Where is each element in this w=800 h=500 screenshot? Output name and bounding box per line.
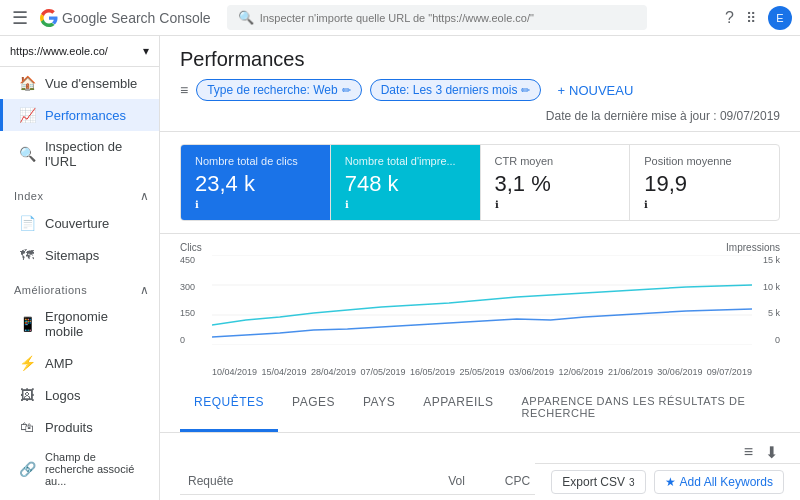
home-icon: 🏠 xyxy=(19,75,35,91)
filter-type-label: Type de recherche: Web xyxy=(207,83,338,97)
sidebar-item-sitemaps[interactable]: 🗺 Sitemaps xyxy=(0,239,159,271)
filter-table-icon[interactable]: ≡ xyxy=(742,441,755,464)
tab-pages[interactable]: PAGES xyxy=(278,385,349,432)
metric-card-impressions[interactable]: Nombre total d'impre... 748 k ℹ xyxy=(331,145,481,220)
index-section-label: Index xyxy=(14,190,43,202)
page-title: Performances xyxy=(180,48,780,71)
sidebar-item-champ-recherche[interactable]: 🔗 Champ de recherche associé au... xyxy=(0,443,159,495)
sidebar-item-produits[interactable]: 🛍 Produits xyxy=(0,411,159,443)
search-icon: 🔍 xyxy=(238,10,254,25)
main-content: Performances ≡ Type de recherche: Web ✏ … xyxy=(160,36,800,500)
metric-card-position[interactable]: Position moyenne 19,9 ℹ xyxy=(630,145,779,220)
chart-y-right-label: Impressions xyxy=(726,242,780,253)
metric-card-ctr[interactable]: CTR moyen 3,1 % ℹ xyxy=(481,145,631,220)
sidebar-label-inspection-url: Inspection de l'URL xyxy=(45,139,143,169)
sidebar-item-inspection-url[interactable]: 🔍 Inspection de l'URL xyxy=(0,131,159,177)
chart-wrapper: 450 300 150 0 15 k 10 k 5 k 0 xyxy=(180,255,780,365)
metric-ctr-info: ℹ xyxy=(495,199,616,210)
metric-position-info: ℹ xyxy=(644,199,765,210)
url-selector[interactable]: https://www.eole.co/ ▾ xyxy=(0,36,159,67)
avatar[interactable]: E xyxy=(768,6,792,30)
sidebar-label-amp: AMP xyxy=(45,356,73,371)
bottom-bar: Export CSV 3 ★ Add All Keywords xyxy=(535,463,800,500)
col-vol: Vol xyxy=(413,468,473,495)
inspect-icon: 🔍 xyxy=(19,146,35,162)
products-icon: 🛍 xyxy=(19,419,35,435)
google-logo-icon xyxy=(40,9,58,27)
col-requete: Requête xyxy=(180,468,413,495)
sidebar-label-logos: Logos xyxy=(45,388,80,403)
metric-ctr-label: CTR moyen xyxy=(495,155,616,167)
filter-icon[interactable]: ≡ xyxy=(180,82,188,98)
sidebar-label-sitemaps: Sitemaps xyxy=(45,248,99,263)
ameliorations-section-label: Améliorations xyxy=(14,284,87,296)
add-keywords-label: Add All Keywords xyxy=(680,475,773,489)
sidebar-item-donnees-structurees[interactable]: ⚙ Données structurées impossib... xyxy=(0,495,159,500)
tabs-row: REQUÊTES PAGES PAYS APPAREILS APPARENCE … xyxy=(180,385,780,432)
sidebar-item-ergonomie-mobile[interactable]: 📱 Ergonomie mobile xyxy=(0,301,159,347)
metric-impressions-info: ℹ xyxy=(345,199,466,210)
metric-position-label: Position moyenne xyxy=(644,155,765,167)
sidebar-item-couverture[interactable]: 📄 Couverture xyxy=(0,207,159,239)
chart-svg xyxy=(212,255,752,345)
chevron-down-icon: ▾ xyxy=(143,44,149,58)
sidebar-label-champ-recherche: Champ de recherche associé au... xyxy=(45,451,143,487)
edit-date-icon: ✏ xyxy=(521,84,530,97)
metric-clicks-value: 23,4 k xyxy=(195,171,316,197)
export-csv-button[interactable]: Export CSV 3 xyxy=(551,470,645,494)
index-section-header: Index ∧ xyxy=(0,181,159,207)
last-update-text: Date de la dernière mise à jour : 09/07/… xyxy=(546,109,780,123)
search-input[interactable] xyxy=(260,12,636,24)
sidebar: https://www.eole.co/ ▾ 🏠 Vue d'ensemble … xyxy=(0,36,160,500)
download-table-icon[interactable]: ⬇ xyxy=(763,441,780,464)
add-new-button[interactable]: + NOUVEAU xyxy=(549,80,641,101)
metric-ctr-value: 3,1 % xyxy=(495,171,616,197)
ameliorations-section-header: Améliorations ∧ xyxy=(0,275,159,301)
metric-position-value: 19,9 xyxy=(644,171,765,197)
apps-grid-icon[interactable]: ⠿ xyxy=(746,10,756,26)
tabs-section: REQUÊTES PAGES PAYS APPAREILS APPARENCE … xyxy=(160,385,800,433)
mobile-icon: 📱 xyxy=(19,316,35,332)
search-field-icon: 🔗 xyxy=(19,461,35,477)
tab-requetes[interactable]: REQUÊTES xyxy=(180,385,278,432)
cell-cpc-0: €0.00 xyxy=(473,495,538,501)
logos-icon: 🖼 xyxy=(19,387,35,403)
chart-svg-area xyxy=(212,255,752,348)
export-superscript: 3 xyxy=(629,477,635,488)
chart-x-labels: 10/04/2019 15/04/2019 28/04/2019 07/05/2… xyxy=(212,367,752,377)
metric-clicks-info: ℹ xyxy=(195,199,316,210)
sidebar-item-vue-ensemble[interactable]: 🏠 Vue d'ensemble xyxy=(0,67,159,99)
metrics-section: Nombre total de clics 23,4 k ℹ Nombre to… xyxy=(160,132,800,234)
col-cpc: CPC xyxy=(473,468,538,495)
chart-section: Clics Impressions 450 300 150 0 15 k 10 … xyxy=(160,234,800,385)
app-header: ☰ Google Search Console 🔍 ? ⠿ E xyxy=(0,0,800,36)
chart-icon: 📈 xyxy=(19,107,35,123)
header-actions: ? ⠿ E xyxy=(725,6,792,30)
metric-clicks-label: Nombre total de clics xyxy=(195,155,316,167)
index-section-toggle[interactable]: ∧ xyxy=(140,189,150,203)
sidebar-label-performances: Performances xyxy=(45,108,126,123)
filter-type-chip[interactable]: Type de recherche: Web ✏ xyxy=(196,79,362,101)
hamburger-icon[interactable]: ☰ xyxy=(8,3,32,33)
metrics-row: Nombre total de clics 23,4 k ℹ Nombre to… xyxy=(180,144,780,221)
main-layout: https://www.eole.co/ ▾ 🏠 Vue d'ensemble … xyxy=(0,36,800,500)
tab-apparence[interactable]: APPARENCE DANS LES RÉSULTATS DE RECHERCH… xyxy=(508,385,780,432)
sidebar-item-logos[interactable]: 🖼 Logos xyxy=(0,379,159,411)
url-search-bar[interactable]: 🔍 xyxy=(227,5,647,30)
chart-y-left-axis: 450 300 150 0 xyxy=(180,255,210,345)
amp-icon: ⚡ xyxy=(19,355,35,371)
ameliorations-section-toggle[interactable]: ∧ xyxy=(140,283,150,297)
metric-card-clicks[interactable]: Nombre total de clics 23,4 k ℹ xyxy=(181,145,331,220)
chart-y-left-label: Clics xyxy=(180,242,202,253)
sidebar-item-amp[interactable]: ⚡ AMP xyxy=(0,347,159,379)
help-icon[interactable]: ? xyxy=(725,9,734,27)
content-header: Performances ≡ Type de recherche: Web ✏ … xyxy=(160,36,800,132)
filter-date-chip[interactable]: Date: Les 3 derniers mois ✏ xyxy=(370,79,542,101)
plus-icon-keywords: ★ xyxy=(665,475,676,489)
tab-pays[interactable]: PAYS xyxy=(349,385,409,432)
add-keywords-button[interactable]: ★ Add All Keywords xyxy=(654,470,784,494)
app-title: Google Search Console xyxy=(62,10,211,26)
tab-appareils[interactable]: APPAREILS xyxy=(409,385,507,432)
metric-impressions-label: Nombre total d'impre... xyxy=(345,155,466,167)
sidebar-item-performances[interactable]: 📈 Performances xyxy=(0,99,159,131)
